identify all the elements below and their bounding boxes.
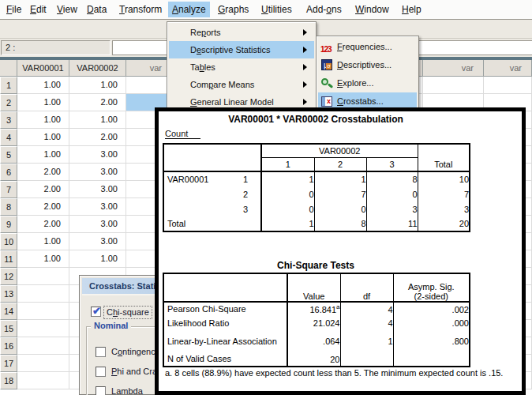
menu-item-edit[interactable]: Edit — [26, 2, 51, 17]
row-header[interactable]: 13 — [0, 285, 17, 303]
row-header[interactable]: 16 — [0, 337, 17, 355]
analyze-menu-item-tables[interactable]: Tables — [169, 58, 314, 76]
data-cell[interactable]: 2.00 — [17, 181, 69, 198]
data-cell[interactable] — [17, 320, 69, 337]
crosstab-cell: 0 — [314, 201, 366, 216]
crosstab-row-stub: 3 — [163, 201, 261, 216]
lambda-checkbox[interactable] — [96, 386, 106, 395]
row-header[interactable]: 11 — [0, 250, 17, 268]
data-cell[interactable]: 3.00 — [69, 164, 126, 181]
data-cell[interactable] — [484, 77, 532, 94]
data-cell[interactable] — [17, 268, 69, 285]
data-cell[interactable]: 1.00 — [69, 111, 126, 129]
column-header-var[interactable]: var — [484, 60, 532, 77]
data-cell[interactable]: 3.00 — [69, 216, 126, 233]
crosstab-total-header-spacer — [418, 144, 470, 157]
row-header[interactable]: 15 — [0, 320, 17, 337]
data-cell[interactable]: 3.00 — [69, 181, 126, 198]
data-cell[interactable]: 1.00 — [17, 94, 69, 111]
row-header[interactable]: 6 — [0, 164, 17, 181]
data-cell[interactable]: 2.00 — [69, 129, 126, 146]
menu-item-graphs[interactable]: Graphs — [214, 2, 253, 17]
phi-and-cramer-s-v-checkbox[interactable] — [96, 367, 106, 377]
chi-stub-corner — [163, 273, 287, 302]
menu-item-analyze[interactable]: Analyze — [168, 2, 210, 17]
data-cell[interactable]: 2.00 — [17, 216, 69, 233]
check-icon: ✔ — [92, 305, 101, 317]
menu-item-utilities[interactable]: Utilities — [257, 2, 296, 17]
analyze-dropdown-menu: ReportsDescriptive StatisticsTablesCompa… — [167, 21, 317, 111]
data-cell[interactable]: 3.00 — [69, 198, 126, 216]
row-header[interactable]: 17 — [0, 355, 17, 372]
chi-row-label: N of Valid Cases — [163, 352, 287, 367]
data-cell[interactable]: 1.00 — [17, 233, 69, 250]
data-cell[interactable]: 1.00 — [69, 77, 126, 94]
chi-sig-cell: .800 — [393, 330, 470, 352]
chi-square-checkbox-label[interactable]: Chi-square — [103, 306, 152, 319]
menu-item-transform[interactable]: Transform — [115, 2, 166, 17]
data-cell[interactable] — [17, 355, 69, 372]
menu-item-add-ons[interactable]: Add-ons — [302, 2, 346, 17]
menu-item-data[interactable]: Data — [83, 2, 111, 17]
row-header[interactable]: 2 — [0, 94, 17, 111]
spss-data-editor-window: FileEditViewDataTransformAnalyzeGraphsUt… — [0, 0, 532, 395]
crosstab-row-stub: 2 — [163, 186, 261, 201]
chi-df-cell: 4 — [340, 316, 393, 330]
data-cell[interactable] — [423, 77, 484, 94]
data-cell[interactable]: 2.00 — [17, 164, 69, 181]
data-cell[interactable]: 1.00 — [17, 129, 69, 146]
grid-corner-cell — [0, 60, 17, 77]
contingency-coefficient-checkbox[interactable] — [96, 347, 106, 357]
column-header-var00002[interactable]: VAR00002 — [69, 60, 126, 77]
lambda-checkbox-label[interactable]: Lambda — [111, 386, 143, 395]
data-cell[interactable]: 1.00 — [17, 146, 69, 164]
menu-item-window[interactable]: Window — [351, 2, 393, 17]
menu-item-help[interactable]: Help — [398, 2, 425, 17]
data-cell[interactable] — [17, 285, 69, 303]
data-cell[interactable]: 2.00 — [69, 94, 126, 111]
crosstab-cell: 1 — [261, 216, 314, 231]
row-header[interactable]: 4 — [0, 129, 17, 146]
data-cell[interactable]: 1.00 — [69, 250, 126, 268]
data-cell[interactable]: 3.00 — [69, 233, 126, 250]
crosstab-cell: 1 — [261, 171, 314, 186]
submenu-item-explore[interactable]: Explore... — [318, 74, 417, 92]
crosstab-cell: 10 — [418, 171, 470, 186]
row-header[interactable]: 1 — [0, 77, 17, 94]
crosstab-cell: 1 — [314, 171, 366, 186]
explore-magnifier-icon — [320, 77, 334, 90]
submenu-arrow-icon — [303, 29, 307, 36]
analyze-menu-item-compare-means[interactable]: Compare Means — [169, 76, 314, 93]
row-header[interactable]: 5 — [0, 146, 17, 164]
analyze-menu-item-reports[interactable]: Reports — [169, 24, 314, 41]
row-header[interactable]: 9 — [0, 216, 17, 233]
row-header[interactable]: 8 — [0, 198, 17, 216]
data-cell[interactable]: 1.00 — [17, 250, 69, 268]
crosstab-stub-corner — [163, 144, 261, 157]
row-header[interactable]: 18 — [0, 372, 17, 389]
data-cell[interactable]: 1.00 — [17, 111, 69, 129]
row-header[interactable]: 7 — [0, 181, 17, 198]
data-cell[interactable]: 2.00 — [17, 198, 69, 216]
data-cell[interactable]: 3.00 — [69, 146, 126, 164]
column-header-var00001[interactable]: VAR00001 — [17, 60, 69, 77]
data-cell[interactable] — [17, 337, 69, 355]
submenu-item-frequencies[interactable]: Frequencies...123 — [318, 38, 417, 56]
submenu-arrow-icon — [303, 64, 307, 70]
analyze-menu-item-descriptive-statistics[interactable]: Descriptive Statistics — [169, 41, 314, 58]
chi-square-checkbox[interactable]: ✔ — [91, 307, 101, 317]
row-header[interactable]: 10 — [0, 233, 17, 250]
descriptive-statistics-submenu: Frequencies...123Descriptives...μσExplor… — [316, 36, 419, 111]
column-header-var[interactable]: var — [423, 60, 484, 77]
data-cell[interactable] — [17, 303, 69, 320]
chi-df-cell: 4 — [340, 302, 393, 316]
crosstab-total-header: Total — [418, 157, 470, 171]
menu-item-file[interactable]: File — [2, 2, 25, 17]
row-header[interactable]: 3 — [0, 111, 17, 129]
row-header[interactable]: 14 — [0, 303, 17, 320]
row-header[interactable]: 12 — [0, 268, 17, 285]
menu-item-view[interactable]: View — [53, 2, 81, 17]
data-cell[interactable]: 1.00 — [17, 77, 69, 94]
data-cell[interactable] — [17, 372, 69, 389]
submenu-item-descriptives[interactable]: Descriptives...μσ — [318, 56, 417, 74]
